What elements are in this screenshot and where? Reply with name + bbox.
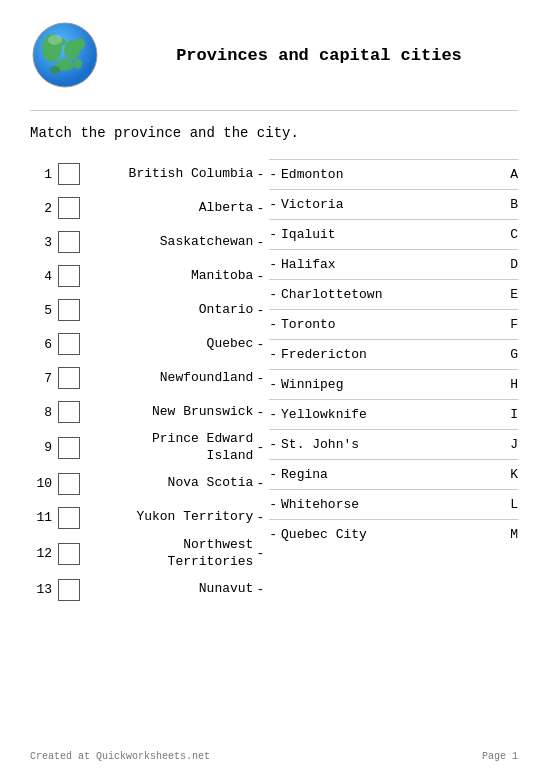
dash: - [269, 197, 277, 212]
right-column: - EdmontonA- VictoriaB- IqaluitC- Halifa… [264, 159, 518, 609]
footer: Created at Quickworksheets.net Page 1 [30, 751, 518, 762]
city-name: Iqaluit [281, 227, 500, 242]
dash: - [256, 582, 264, 597]
left-item: 10Nova Scotia - [30, 469, 264, 499]
answer-checkbox[interactable] [58, 333, 80, 355]
city-name: St. John's [281, 437, 500, 452]
dash: - [269, 287, 277, 302]
letter-label: K [500, 467, 518, 482]
dash: - [256, 269, 264, 284]
answer-checkbox[interactable] [58, 437, 80, 459]
city-name: Edmonton [281, 167, 500, 182]
answer-checkbox[interactable] [58, 579, 80, 601]
answer-checkbox[interactable] [58, 507, 80, 529]
left-item: 1British Columbia - [30, 159, 264, 189]
dash: - [269, 227, 277, 242]
city-name: Victoria [281, 197, 500, 212]
row-number: 5 [30, 303, 52, 318]
answer-checkbox[interactable] [58, 265, 80, 287]
row-number: 3 [30, 235, 52, 250]
province-name: Prince EdwardIsland [88, 431, 253, 465]
row-number: 8 [30, 405, 52, 420]
province-name: Quebec [88, 336, 253, 353]
letter-label: G [500, 347, 518, 362]
letter-label: H [500, 377, 518, 392]
letter-label: I [500, 407, 518, 422]
row-number: 1 [30, 167, 52, 182]
separator [30, 110, 518, 111]
letter-label: E [500, 287, 518, 302]
row-number: 13 [30, 582, 52, 597]
province-name: Nova Scotia [88, 475, 253, 492]
matching-area: 1British Columbia -2Alberta -3Saskatchew… [30, 159, 518, 609]
svg-point-4 [75, 38, 85, 50]
page-header: Provinces and capital cities [30, 20, 518, 90]
right-item: - HalifaxD [269, 249, 518, 277]
dash: - [269, 257, 277, 272]
row-number: 2 [30, 201, 52, 216]
dash: - [269, 527, 277, 542]
city-name: Yellowknife [281, 407, 500, 422]
answer-checkbox[interactable] [58, 197, 80, 219]
answer-checkbox[interactable] [58, 231, 80, 253]
dash: - [269, 407, 277, 422]
dash: - [269, 377, 277, 392]
letter-label: A [500, 167, 518, 182]
city-name: Fredericton [281, 347, 500, 362]
instruction-text: Match the province and the city. [30, 125, 518, 141]
row-number: 10 [30, 476, 52, 491]
dash: - [256, 440, 264, 455]
left-item: 7Newfoundland - [30, 363, 264, 393]
page-title: Provinces and capital cities [120, 46, 518, 65]
answer-checkbox[interactable] [58, 473, 80, 495]
right-item: - St. John'sJ [269, 429, 518, 457]
dash: - [269, 497, 277, 512]
dash: - [269, 347, 277, 362]
dash: - [269, 317, 277, 332]
left-item: 4Manitoba - [30, 261, 264, 291]
left-item: 3Saskatchewan - [30, 227, 264, 257]
dash: - [256, 476, 264, 491]
right-item: - VictoriaB [269, 189, 518, 217]
dash: - [256, 405, 264, 420]
row-number: 4 [30, 269, 52, 284]
province-name: New Brunswick [88, 404, 253, 421]
right-item: - YellowknifeI [269, 399, 518, 427]
province-name: Saskatchewan [88, 234, 253, 251]
left-item: 11Yukon Territory - [30, 503, 264, 533]
right-item: - EdmontonA [269, 159, 518, 187]
footer-left: Created at Quickworksheets.net [30, 751, 210, 762]
dash: - [256, 546, 264, 561]
letter-label: M [500, 527, 518, 542]
svg-point-6 [50, 66, 60, 74]
answer-checkbox[interactable] [58, 299, 80, 321]
letter-label: F [500, 317, 518, 332]
province-name: Ontario [88, 302, 253, 319]
letter-label: L [500, 497, 518, 512]
city-name: Quebec City [281, 527, 500, 542]
left-item: 5Ontario - [30, 295, 264, 325]
right-item: - WinnipegH [269, 369, 518, 397]
province-name: Manitoba [88, 268, 253, 285]
dash: - [256, 167, 264, 182]
answer-checkbox[interactable] [58, 543, 80, 565]
answer-checkbox[interactable] [58, 367, 80, 389]
dash: - [269, 167, 277, 182]
dash: - [256, 337, 264, 352]
left-item: 2Alberta - [30, 193, 264, 223]
city-name: Charlottetown [281, 287, 500, 302]
right-item: - WhitehorseL [269, 489, 518, 517]
left-item: 6Quebec - [30, 329, 264, 359]
answer-checkbox[interactable] [58, 401, 80, 423]
city-name: Winnipeg [281, 377, 500, 392]
province-name: Nunavut [88, 581, 253, 598]
letter-label: C [500, 227, 518, 242]
dash: - [256, 371, 264, 386]
dash: - [256, 303, 264, 318]
answer-checkbox[interactable] [58, 163, 80, 185]
city-name: Regina [281, 467, 500, 482]
left-item: 8New Brunswick - [30, 397, 264, 427]
province-name: Alberta [88, 200, 253, 217]
row-number: 9 [30, 440, 52, 455]
right-item: - Quebec CityM [269, 519, 518, 547]
